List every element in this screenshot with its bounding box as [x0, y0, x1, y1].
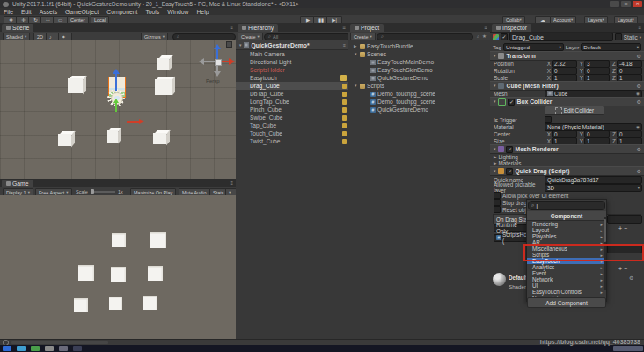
static-dropdown-icon[interactable]: ▾: [640, 35, 641, 40]
foldout-open-icon[interactable]: ▼: [354, 52, 358, 56]
project-create-button[interactable]: Create▾: [350, 33, 376, 40]
project-item-quickgesturedemo[interactable]: QuickGestureDemo: [350, 74, 490, 82]
scale-slider-thumb[interactable]: [91, 189, 94, 194]
event-field-strip[interactable]: [607, 215, 642, 224]
tag-dropdown[interactable]: Untagged▾: [503, 43, 564, 51]
mesh-renderer-enabled-checkbox[interactable]: [506, 146, 513, 153]
material-sphere-preview[interactable]: [493, 273, 506, 286]
tab-inspector[interactable]: Inspector: [492, 24, 531, 32]
gear-icon[interactable]: ⚙: [637, 53, 641, 59]
scene-cube[interactable]: [68, 76, 86, 93]
hierarchy-item-touch_cube[interactable]: Touch_Cube: [236, 129, 348, 137]
persp-label[interactable]: Persp: [206, 78, 220, 84]
menu-edit[interactable]: Edit: [21, 9, 32, 15]
panel-menu-icon[interactable]: ≡: [230, 180, 233, 186]
taskbar-app-icon[interactable]: [59, 346, 68, 351]
hierarchy-item-drag_cube[interactable]: Drag_Cube: [236, 82, 348, 90]
menu-help[interactable]: Help: [196, 9, 209, 15]
scene-cube[interactable]: [107, 128, 121, 143]
taskbar-start-icon[interactable]: [3, 346, 11, 351]
project-item-easytouchskindemo[interactable]: EasyTouchSkinDemo: [350, 66, 490, 74]
gizmo-green-axis-icon[interactable]: [115, 103, 117, 112]
project-item-quickgesturedemo[interactable]: #QuickGestureDemo: [350, 106, 490, 114]
hierarchy-item-longtap_cube[interactable]: LongTap_Cube: [236, 98, 348, 106]
minimize-button[interactable]: —: [610, 1, 619, 7]
scene-header-row[interactable]: ▼ QuickGestureDemo* ≡: [236, 40, 348, 50]
project-item-easytouchmaindemo[interactable]: EasyTouchMainDemo: [350, 58, 490, 66]
is-trigger-checkbox[interactable]: [545, 116, 552, 123]
layer-dropdown[interactable]: Default▾: [581, 43, 641, 51]
project-item-easytouchbundle[interactable]: ▶EasyTouchBundle: [350, 42, 490, 50]
panel-menu-icon[interactable]: ≡: [638, 25, 641, 30]
component-menu-item-network[interactable]: Network▸: [527, 276, 606, 282]
panel-menu-icon[interactable]: ≡: [230, 25, 233, 30]
quick-drag-enabled-checkbox[interactable]: [506, 168, 513, 175]
stop-drag-checkbox[interactable]: [494, 199, 501, 206]
windows-taskbar[interactable]: [0, 345, 644, 352]
menu-scrollbar-thumb[interactable]: [604, 219, 606, 242]
scene-menu-icon[interactable]: ≡: [343, 42, 346, 48]
panel-menu-icon[interactable]: ≡: [484, 25, 487, 30]
close-button[interactable]: ✕: [633, 1, 642, 7]
hierarchy-item-pinch_cube[interactable]: Pinch_Cube: [236, 106, 348, 114]
scale-slider[interactable]: [91, 191, 115, 193]
favorite-icon[interactable]: ★: [482, 33, 487, 39]
game-viewport[interactable]: [0, 195, 236, 339]
axis-left-icon[interactable]: [204, 61, 215, 62]
maximize-button[interactable]: □: [621, 1, 631, 7]
scene-orientation-gizmo[interactable]: [202, 47, 232, 77]
gear-icon[interactable]: ⚙: [637, 99, 641, 105]
gear-icon[interactable]: ⚙: [637, 83, 641, 89]
scene-viewport[interactable]: Persp: [0, 40, 236, 179]
reset-object-checkbox[interactable]: [494, 206, 501, 213]
taskbar-app-icon[interactable]: [73, 346, 82, 351]
allowed-layer-dropdown[interactable]: 3D▾: [545, 184, 642, 192]
component-menu-item-ui[interactable]: UI▸: [527, 282, 606, 289]
hierarchy-create-button[interactable]: Create▾: [238, 33, 263, 40]
gear-icon[interactable]: ⚙: [637, 168, 641, 174]
hierarchy-item-scriptsholder[interactable]: ScriptsHolder: [236, 66, 348, 74]
project-item-scripts[interactable]: ▼Scripts: [350, 82, 490, 90]
menu-assets[interactable]: Assets: [40, 9, 57, 15]
tab-project[interactable]: Project: [350, 24, 384, 32]
menu-tools[interactable]: Tools: [145, 9, 159, 15]
foldout-open-icon[interactable]: ▼: [238, 43, 242, 48]
gear-icon[interactable]: ⚙: [629, 275, 633, 281]
component-menu-item-playables[interactable]: Playables▸: [527, 233, 606, 239]
allow-pick-over-ui-checkbox[interactable]: [494, 192, 501, 199]
tab-hierarchy[interactable]: Hierarchy: [238, 24, 278, 32]
scene-cube[interactable]: [153, 130, 170, 144]
tab-game[interactable]: Game: [2, 180, 33, 187]
component-search-input[interactable]: ⌕|: [528, 201, 605, 210]
menu-window[interactable]: Window: [167, 9, 188, 15]
project-item-demo_touchpg_scene[interactable]: #Demo_touchpg_scene: [350, 90, 490, 98]
add-component-button[interactable]: Add Component: [527, 297, 606, 308]
hierarchy-item-directional light[interactable]: Directional Light: [236, 58, 348, 66]
project-item-scenes[interactable]: ▼Scenes: [350, 50, 490, 58]
menu-component[interactable]: Component: [106, 9, 137, 15]
search-by-type-icon[interactable]: ⌕: [477, 33, 479, 40]
hierarchy-item-twist_cube[interactable]: Twist_Cube: [236, 137, 348, 145]
event-add-button[interactable]: + −: [618, 225, 627, 231]
project-item-demo_touchpg_scene[interactable]: #Demo_touchpg_scene: [350, 98, 490, 106]
taskbar-app-icon[interactable]: [31, 346, 40, 351]
event-add-button[interactable]: + −: [618, 266, 627, 272]
quick-name-field[interactable]: QuickDrag3a787d17: [545, 176, 642, 184]
gizmo-red-axis-icon[interactable]: [127, 121, 139, 123]
axis-center-cube-icon[interactable]: [215, 59, 222, 66]
foldout-closed-icon[interactable]: ▶: [354, 44, 358, 48]
hierarchy-search-input[interactable]: ⌕All: [264, 33, 350, 40]
active-checkbox[interactable]: [501, 33, 508, 40]
edit-collider-button[interactable]: Edit Collider: [545, 106, 604, 115]
gizmo-blue-axis-icon[interactable]: [115, 73, 117, 91]
gameobject-name-field[interactable]: Drag_Cube: [509, 33, 613, 41]
hierarchy-item-swipe_cube[interactable]: Swipe_Cube: [236, 114, 348, 121]
taskbar-app-icon[interactable]: [17, 346, 26, 351]
component-menu-item-easytouch-controls[interactable]: EasyTouch Controls▸: [527, 289, 606, 295]
taskbar-tray-icon[interactable]: [613, 346, 643, 351]
hierarchy-item-main camera[interactable]: Main Camera: [236, 50, 348, 58]
materials-foldout[interactable]: ▶Materials: [490, 159, 642, 166]
hierarchy-item-dbtap_cube[interactable]: DbTap_Cube: [236, 90, 348, 98]
project-search-input[interactable]: ⌕: [377, 33, 473, 40]
tab-scene[interactable]: Scene: [2, 24, 33, 32]
